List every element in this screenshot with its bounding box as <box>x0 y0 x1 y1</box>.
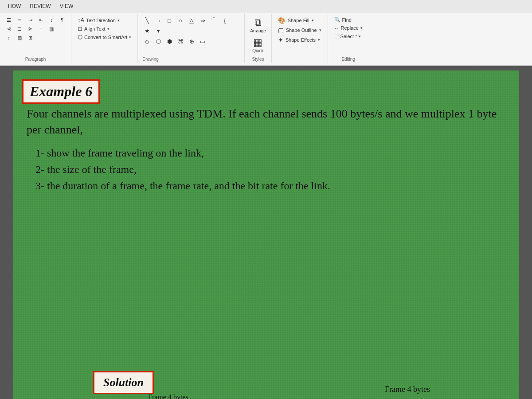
shape-s5-btn[interactable]: ⊕ <box>187 37 196 46</box>
arrange-label: Arrange <box>250 28 266 33</box>
shape-star-btn[interactable]: ★ <box>142 26 152 35</box>
fill-arrow: ▾ <box>312 18 314 23</box>
replace-icon: ↔ <box>334 25 339 31</box>
align-center-button[interactable]: ☰ <box>15 25 24 33</box>
paragraph-label: Paragraph <box>4 56 66 62</box>
slide-content: Four channels are multiplexed using TDM.… <box>27 106 505 196</box>
shape-circle-btn[interactable]: ○ <box>176 16 185 25</box>
shape-styles-group: 🎨 Shape Fill ▾ ▢ Shape Outline ▾ ✦ Shape… <box>272 14 328 63</box>
find-icon: 🔍 <box>334 17 340 23</box>
para-row-1: ☰ ≡ ⇥ ⇤ ↕ ¶ <box>4 16 66 24</box>
find-label: Find <box>342 17 352 23</box>
paragraph-group: ☰ ≡ ⇥ ⇤ ↕ ¶ ⫷ ☰ ⫸ ≡ ▥ ↕ ▧ ⊞ Paragraph <box>0 14 71 63</box>
convert-label: Convert to SmartArt <box>84 35 127 40</box>
convert-icon: ⬡ <box>78 34 82 40</box>
line-spacing-button[interactable]: ↕ <box>4 34 13 42</box>
align-text-icon: ⊡ <box>78 25 82 32</box>
solution-box: Solution <box>93 371 154 394</box>
shape-curve-btn[interactable]: ⌒ <box>209 16 219 25</box>
frame-label: Frame 4 bytes <box>385 385 430 394</box>
align-right-button[interactable]: ⫸ <box>26 25 35 33</box>
shape-s4-btn[interactable]: ⌘ <box>176 37 185 46</box>
indent-less-button[interactable]: ⇤ <box>36 16 45 24</box>
quick-styles-icon: ▦ <box>253 37 262 48</box>
shape-outline-label: Shape Outline <box>286 27 317 33</box>
styles-label: Styles <box>252 56 264 62</box>
sort-button[interactable]: ↕ <box>47 16 56 24</box>
select-arrow: ▾ <box>359 34 361 39</box>
shape-line-btn[interactable]: ╲ <box>142 16 152 25</box>
text-tools-group: ↕A Text Direction ▾ ⊡ Align Text ▾ ⬡ Con… <box>71 14 138 63</box>
find-button[interactable]: 🔍 Find <box>332 16 364 23</box>
effects-icon: ✦ <box>278 36 283 43</box>
convert-arrow: ▾ <box>129 35 131 39</box>
shape-s6-btn[interactable]: ▭ <box>198 37 207 46</box>
menu-bar: HOW REVIEW VIEW <box>0 0 532 12</box>
shape-tri-btn[interactable]: △ <box>187 16 196 25</box>
shape-s3-btn[interactable]: ⬢ <box>164 37 174 46</box>
drawing-label: Drawing <box>142 56 159 62</box>
replace-arrow: ▾ <box>360 26 363 30</box>
effects-arrow: ▾ <box>318 38 320 42</box>
shape-s1-btn[interactable]: ◇ <box>142 37 152 46</box>
select-icon: ⬚ <box>334 33 339 39</box>
select-button[interactable]: ⬚ Select * ▾ <box>332 32 364 40</box>
shape-fill-label: Shape Fill <box>288 18 309 23</box>
shape-effects-label: Shape Effects <box>286 37 316 43</box>
text-direction-arrow: ▾ <box>117 18 120 23</box>
shading-button[interactable]: ▧ <box>15 34 24 42</box>
drawing-group: ╲ → □ ○ △ ⇒ ⌒ { ★ ▾ ◇ ⬡ ⬢ ⌘ ⊕ ▭ Drawing <box>138 14 245 63</box>
ribbon: ☰ ≡ ⇥ ⇤ ↕ ¶ ⫷ ☰ ⫸ ≡ ▥ ↕ ▧ ⊞ Paragraph ↕A… <box>0 12 532 66</box>
arrange-group: ⧉ Arrange ▦ Quick Styles <box>245 14 272 63</box>
para-row-2: ⫷ ☰ ⫸ ≡ ▥ <box>4 25 66 33</box>
slide-area: Example 6 Four channels are multiplexed … <box>0 66 532 399</box>
numbering-button[interactable]: ≡ <box>15 16 24 24</box>
fill-icon: 🎨 <box>278 17 286 24</box>
shape-arrow-btn[interactable]: → <box>153 16 163 25</box>
shape-brace-btn[interactable]: { <box>220 16 230 25</box>
show-formatting-button[interactable]: ¶ <box>58 16 66 24</box>
example-box: Example 6 <box>22 79 100 104</box>
solution-title: Solution <box>103 376 144 389</box>
columns-button[interactable]: ▥ <box>47 25 56 33</box>
align-text-button[interactable]: ⊡ Align Text ▾ <box>76 24 133 33</box>
arrange-icon: ⧉ <box>254 17 262 28</box>
menu-review[interactable]: REVIEW <box>30 3 51 9</box>
list-item-2: 2- the size of the frame, <box>27 164 505 176</box>
shape-effects-button[interactable]: ✦ Shape Effects ▾ <box>276 35 323 44</box>
align-text-label: Align Text <box>84 26 106 31</box>
align-left-button[interactable]: ⫷ <box>4 25 13 33</box>
para-row-3: ↕ ▧ ⊞ <box>4 34 66 42</box>
text-direction-label: Text Direction <box>86 18 116 23</box>
shape-more-btn[interactable]: ▾ <box>153 26 163 35</box>
shapes-row-2: ◇ ⬡ ⬢ ⌘ ⊕ ▭ <box>142 37 207 46</box>
shape-rect-btn[interactable]: □ <box>164 16 174 25</box>
text-direction-button[interactable]: ↕A Text Direction ▾ <box>76 16 133 24</box>
text-direction-icon: ↕A <box>78 17 84 23</box>
convert-smartart-button[interactable]: ⬡ Convert to SmartArt ▾ <box>76 33 133 41</box>
replace-button[interactable]: ↔ Replace ▾ <box>332 24 364 31</box>
replace-label: Replace <box>341 25 359 31</box>
shapes-row: ╲ → □ ○ △ ⇒ ⌒ { ★ ▾ <box>142 16 240 35</box>
quick-label: Quick <box>252 48 264 53</box>
bullets-button[interactable]: ☰ <box>4 16 13 24</box>
shape-outline-button[interactable]: ▢ Shape Outline ▾ <box>276 26 323 35</box>
outline-icon: ▢ <box>278 27 284 34</box>
main-paragraph: Four channels are multiplexed using TDM.… <box>27 106 505 138</box>
shape-s2-btn[interactable]: ⬡ <box>153 37 163 46</box>
example-title: Example 6 <box>30 83 92 99</box>
justify-button[interactable]: ≡ <box>36 25 45 33</box>
shape-rt-arrow-btn[interactable]: ⇒ <box>198 16 207 25</box>
arrange-button[interactable]: ⧉ Arrange <box>248 16 268 34</box>
menu-how[interactable]: HOW <box>8 3 21 9</box>
menu-view[interactable]: VIEW <box>60 3 74 9</box>
frame-sub-label: Frame 4 bytes <box>146 391 190 399</box>
indent-more-button[interactable]: ⇥ <box>26 16 35 24</box>
borders-button[interactable]: ⊞ <box>26 34 35 42</box>
slide[interactable]: Example 6 Four channels are multiplexed … <box>13 70 519 399</box>
quick-styles-button[interactable]: ▦ Quick <box>250 36 266 54</box>
list-item-1: 1- show the frame traveling on the link, <box>27 147 505 159</box>
shape-fill-button[interactable]: 🎨 Shape Fill ▾ <box>276 16 323 25</box>
editing-label: Editing <box>332 56 364 62</box>
align-text-arrow: ▾ <box>107 27 110 31</box>
